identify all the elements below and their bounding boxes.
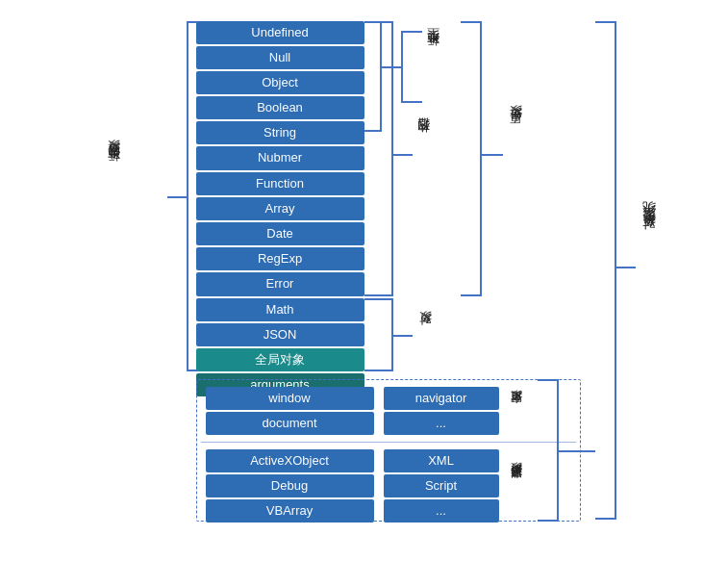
host-label-group: 宿主对象: [503, 387, 532, 437]
standard-type-hline-bot: [403, 101, 422, 103]
bar-xml: XML: [384, 449, 499, 472]
diagram-container: Undefined Null Object Boolean String Nub…: [18, 12, 711, 550]
constructor-line: [393, 154, 413, 156]
standard-builtin-label: 标准内置对象: [105, 161, 122, 175]
bar-function: Function: [196, 172, 364, 195]
constructor-text: 构造器: [414, 138, 432, 143]
bar-json: JSON: [196, 323, 364, 346]
host-browser-line: [559, 450, 595, 452]
browser-label-group: 浏览器扩展对象: [503, 449, 532, 523]
host-left-col: window document: [206, 387, 374, 437]
host-browser-bracket: [538, 379, 559, 522]
type-system-line: [616, 267, 636, 268]
native-object-text: 原生对象: [507, 126, 524, 134]
native-object-line: [482, 154, 503, 156]
bar-vbarray: VBArray: [206, 499, 374, 523]
bar-string: String: [196, 121, 364, 144]
bar-null: Null: [196, 46, 364, 69]
bar-navigator: navigator: [384, 387, 499, 410]
standard-builtin-text: 标准内置对象: [105, 161, 122, 172]
browser-left-col: ActiveXObject Debug VBArray: [206, 449, 374, 525]
standard-type-vline: [401, 31, 403, 103]
standard-builtin-line: [167, 196, 187, 198]
bar-dots2: ...: [384, 499, 499, 523]
host-object-text: 宿主对象: [509, 410, 525, 414]
object-bracket: [364, 298, 393, 371]
type-system-label: 对象类型系统: [640, 223, 657, 243]
bar-boolean: Boolean: [196, 96, 364, 119]
native-object-bracket: [461, 21, 482, 296]
bar-activex: ActiveXObject: [206, 449, 374, 472]
standard-type-hline-top: [403, 31, 422, 33]
object-label: 对象: [416, 324, 434, 339]
bar-error: Error: [196, 272, 364, 295]
standard-type-label: 标准类型: [424, 45, 441, 60]
host-right-col: navigator ...: [384, 387, 499, 437]
constructor-label: 构造器: [414, 132, 432, 146]
bar-regexp: RegExp: [196, 247, 364, 270]
bar-dots1: ...: [384, 412, 499, 435]
browser-right-col: XML Script ...: [384, 449, 499, 525]
main-column: Undefined Null Object Boolean String Nub…: [196, 21, 364, 399]
type-system-bracket: [595, 21, 616, 520]
object-text: 对象: [416, 332, 434, 336]
bar-number: Nubmer: [196, 146, 364, 169]
bar-script: Script: [384, 474, 499, 497]
host-divider: [201, 442, 576, 444]
bar-date: Date: [196, 222, 364, 245]
bar-window: window: [206, 387, 374, 410]
browser-extension-text: 浏览器扩展对象: [509, 482, 525, 489]
type-system-text: 对象类型系统: [640, 223, 657, 241]
bar-global: 全局对象: [196, 348, 364, 371]
standard-type-text: 标准类型: [424, 49, 441, 57]
bar-math: Math: [196, 298, 364, 321]
constructor-bracket: [364, 21, 393, 296]
bar-array: Array: [196, 197, 364, 220]
standard-builtin-bracket: [187, 21, 198, 371]
bar-object: Object: [196, 71, 364, 94]
native-object-label: 原生对象: [507, 122, 524, 137]
object-line: [393, 335, 413, 337]
bar-undefined: Undefined: [196, 21, 364, 44]
bar-debug: Debug: [206, 474, 374, 497]
bar-document: document: [206, 412, 374, 435]
